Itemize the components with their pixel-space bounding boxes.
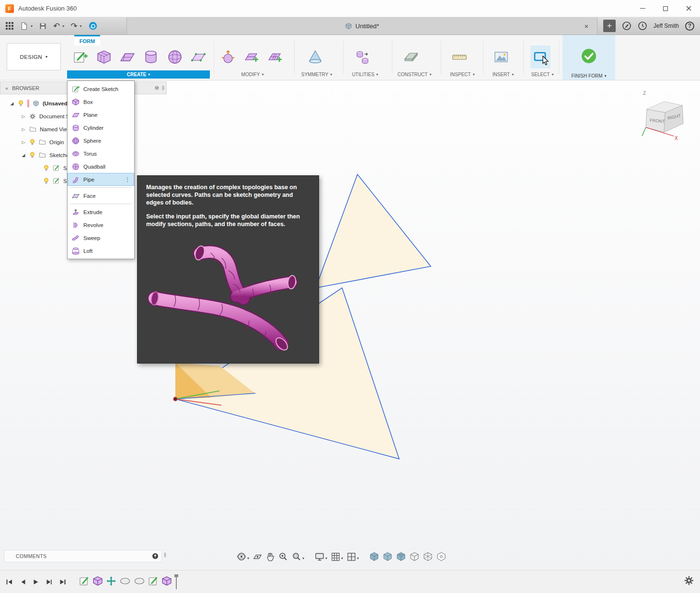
plane-button[interactable] (117, 46, 138, 68)
menu-item-box[interactable]: Box (68, 95, 134, 108)
sphere-button[interactable] (165, 46, 185, 68)
tab-close-button[interactable]: × (582, 21, 591, 31)
menu-item-sphere[interactable]: Sphere (68, 134, 134, 147)
expand-collapsed-icon[interactable]: ▷ (21, 127, 26, 132)
menu-item-create-sketch[interactable]: Create Sketch (68, 82, 134, 95)
expand-open-icon[interactable]: ◢ (10, 101, 14, 106)
menu-item-pipe[interactable]: Pipe ⋮ (68, 173, 134, 186)
save-button[interactable] (39, 22, 47, 30)
grid-snaps-button[interactable]: ▾ (331, 552, 343, 561)
browser-collapse-icon[interactable]: « (5, 85, 8, 91)
undo-caret-icon[interactable]: ▾ (62, 24, 64, 28)
visibility-bulb-icon[interactable] (43, 178, 49, 184)
create-sketch-button[interactable] (70, 46, 91, 68)
comments-expand-icon[interactable] (152, 553, 159, 559)
redo-button[interactable]: ↷ (70, 21, 77, 31)
extensions-button[interactable] (622, 21, 631, 31)
close-button[interactable] (677, 0, 700, 17)
orbit-button[interactable]: ▾ (237, 552, 249, 561)
cylinder-button[interactable] (141, 46, 161, 68)
pan-button[interactable] (266, 552, 275, 561)
group-utilities-button[interactable]: UTILITIES ▾ (344, 70, 386, 79)
insert-edge-button[interactable] (241, 46, 262, 68)
group-insert-button[interactable]: INSERT ▾ (485, 70, 521, 79)
undo-button[interactable]: ↶ (53, 21, 60, 31)
menu-item-extrude[interactable]: Extrude (68, 205, 134, 218)
view-cube[interactable]: Z FRONT RIGHT X (639, 89, 690, 142)
timeline-sketch-feature[interactable] (148, 576, 159, 588)
finish-form-button[interactable]: FINISH FORM ▾ (562, 35, 615, 80)
timeline-form-feature[interactable] (92, 576, 103, 588)
pipe-options-icon[interactable]: ⋮ (125, 176, 130, 183)
browser-minus-icon[interactable]: ⊖ (155, 85, 159, 91)
inspect-button[interactable] (449, 46, 470, 68)
maximize-button[interactable] (654, 0, 677, 17)
fit-button[interactable]: ▾ (292, 552, 304, 561)
menu-item-revolve[interactable]: Revolve (68, 218, 134, 231)
insert-button[interactable] (491, 46, 511, 68)
zoom-button[interactable] (278, 552, 288, 561)
timeline-pipe-feature[interactable] (134, 577, 145, 587)
expand-collapsed-icon[interactable]: ▷ (21, 140, 26, 145)
visual-style-cube-6[interactable] (436, 552, 446, 561)
browser-grip-icon[interactable]: ‖ (162, 85, 164, 91)
sketch-profile-upper[interactable] (316, 174, 431, 288)
menu-item-loft[interactable]: Loft (68, 244, 134, 257)
display-caret-icon[interactable]: ▾ (325, 556, 327, 561)
minimize-button[interactable] (631, 0, 654, 17)
visibility-bulb-icon[interactable] (18, 100, 24, 107)
visibility-bulb-icon[interactable] (43, 165, 49, 171)
origin-point[interactable] (173, 397, 177, 401)
timeline-pipe-feature[interactable] (119, 577, 131, 587)
tab-form[interactable]: FORM (74, 35, 100, 46)
document-tab[interactable]: Untitled* (345, 23, 379, 30)
group-select-button[interactable]: SELECT ▾ (525, 70, 560, 79)
menu-item-plane[interactable]: Plane (68, 108, 134, 121)
viewports-caret-icon[interactable]: ▾ (357, 556, 359, 561)
visual-style-cube-1[interactable] (369, 552, 379, 561)
expand-open-icon[interactable]: ◢ (21, 153, 26, 158)
step-forward-button[interactable] (46, 579, 52, 585)
menu-item-face[interactable]: Face (68, 189, 134, 202)
group-inspect-button[interactable]: INSPECT ▾ (443, 70, 482, 79)
symmetry-button[interactable] (305, 46, 325, 68)
edit-form-button[interactable] (218, 46, 238, 68)
expand-collapsed-icon[interactable]: ▷ (21, 114, 26, 119)
box-button[interactable] (94, 46, 114, 68)
app-grid-menu-icon[interactable] (6, 22, 13, 30)
group-create-button[interactable]: CREATE ▾ (67, 70, 210, 79)
timeline-settings-button[interactable] (684, 575, 694, 588)
play-button[interactable] (33, 579, 39, 585)
help-button[interactable]: ? (685, 22, 694, 31)
grid-caret-icon[interactable]: ▾ (341, 556, 343, 561)
group-symmetry-button[interactable]: SYMMETRY ▾ (295, 70, 338, 79)
sync-status-button[interactable] (88, 21, 98, 31)
look-at-button[interactable] (253, 552, 262, 561)
menu-item-quadball[interactable]: Quadball (68, 160, 134, 173)
menu-item-torus[interactable]: Torus (68, 147, 134, 160)
file-caret-icon[interactable]: ▾ (31, 24, 33, 28)
visual-style-cube-4[interactable] (410, 552, 419, 561)
display-settings-button[interactable]: ▾ (315, 552, 327, 561)
construct-button[interactable] (401, 46, 421, 68)
utilities-button[interactable] (353, 46, 373, 68)
visual-style-cube-2[interactable] (383, 552, 392, 561)
menu-item-cylinder[interactable]: Cylinder (68, 121, 134, 134)
face-button[interactable] (188, 46, 208, 68)
step-back-button[interactable] (20, 579, 26, 585)
visibility-bulb-icon[interactable] (29, 139, 35, 146)
group-construct-button[interactable]: CONSTRUCT ▾ (393, 70, 436, 79)
menu-item-sweep[interactable]: Sweep (68, 231, 134, 244)
fit-caret-icon[interactable]: ▾ (302, 556, 304, 561)
visual-style-cube-3[interactable] (396, 552, 406, 561)
subdivide-button[interactable] (265, 46, 285, 68)
go-to-start-button[interactable] (6, 579, 13, 585)
new-tab-button[interactable]: + (603, 20, 616, 32)
orbit-caret-icon[interactable]: ▾ (247, 556, 249, 561)
timeline-sketch-feature[interactable] (79, 576, 90, 588)
workspace-switcher[interactable]: DESIGN ▾ (7, 43, 61, 70)
timeline-move-feature[interactable] (106, 576, 116, 588)
viewports-button[interactable]: ▾ (347, 552, 359, 561)
job-status-button[interactable] (638, 21, 647, 31)
timeline-form-feature-current[interactable] (161, 576, 172, 588)
